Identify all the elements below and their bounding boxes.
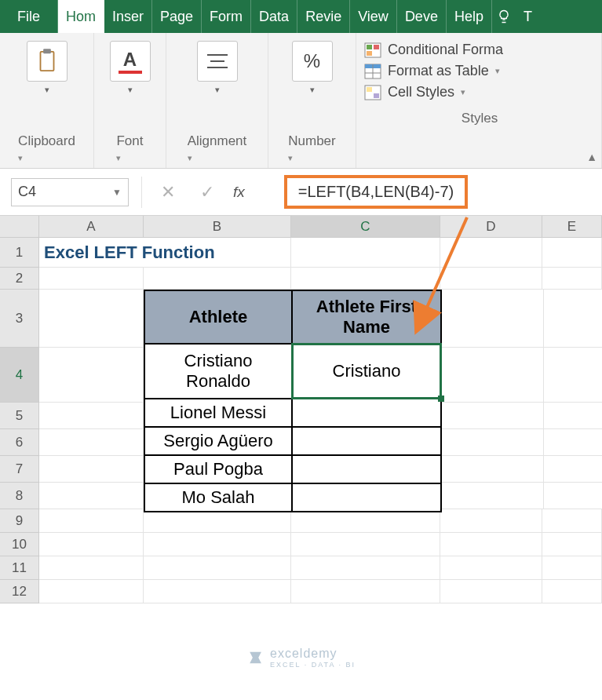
row-header-12[interactable]: 12 [0,580,39,603]
paste-button[interactable]: ▾ [27,41,67,95]
cell[interactable] [442,483,544,509]
row-header-7[interactable]: 7 [0,456,39,483]
cell-athlete[interactable]: Cristiano Ronaldo [144,344,292,399]
cell[interactable] [39,533,144,556]
collapse-ribbon-icon[interactable]: ▲ [586,151,597,163]
cell[interactable] [440,268,542,290]
row-header-9[interactable]: 9 [0,509,39,533]
row-header-10[interactable]: 10 [0,533,39,556]
worksheet-grid[interactable]: A B C D E 1 Excel LEFT Function 2 345678… [0,216,602,603]
tab-view[interactable]: View [350,0,397,33]
cell[interactable] [542,238,602,268]
cell[interactable] [542,533,602,556]
cell-firstname[interactable]: Cristiano [292,344,441,399]
table-header-athlete[interactable]: Athlete [144,290,292,344]
col-header-A[interactable]: A [39,216,144,238]
cell[interactable] [39,429,144,456]
cell-firstname[interactable] [292,483,441,512]
cell[interactable] [291,580,440,603]
cell-athlete[interactable]: Sergio Agüero [144,427,292,455]
cell-athlete[interactable]: Lionel Messi [144,399,292,427]
cell[interactable] [542,509,602,533]
cell[interactable] [144,268,291,290]
cell[interactable] [440,509,542,533]
row-header-8[interactable]: 8 [0,483,39,509]
cell[interactable] [39,580,144,603]
tab-data[interactable]: Data [251,0,297,33]
tab-insert[interactable]: Inser [104,0,152,33]
cell-firstname[interactable] [292,455,441,483]
cell[interactable] [291,533,440,556]
cell-athlete[interactable]: Paul Pogba [144,455,292,483]
cell[interactable] [440,580,542,603]
col-header-E[interactable]: E [542,216,602,238]
tell-me-icon[interactable] [492,0,516,33]
row-header-2[interactable]: 2 [0,268,39,290]
font-button[interactable]: A ▾ [110,41,151,95]
format-as-table-button[interactable]: Format as Table▾ [364,60,500,82]
cell[interactable] [442,403,544,429]
cell[interactable] [440,533,542,556]
row-header-4[interactable]: 4 [0,348,39,403]
col-header-D[interactable]: D [440,216,542,238]
cell-firstname[interactable] [292,427,441,455]
table-header-firstname[interactable]: Athlete First Name [292,290,441,344]
cell[interactable] [544,483,602,509]
cell[interactable] [442,290,544,348]
cell[interactable] [544,429,602,456]
cell[interactable] [39,556,144,580]
cell[interactable] [542,268,602,290]
cell[interactable] [39,483,144,509]
cell[interactable] [39,403,144,429]
tab-review[interactable]: Revie [297,0,350,33]
cell[interactable] [440,238,542,268]
number-button[interactable]: % ▾ [292,41,333,95]
cell[interactable] [544,290,602,348]
tab-developer[interactable]: Deve [397,0,447,33]
cell[interactable] [291,268,440,290]
cell-firstname[interactable] [292,399,441,427]
formula-input[interactable]: =LEFT(B4,LEN(B4)-7) [284,175,468,209]
tab-tell-me[interactable]: T [516,0,540,33]
row-header-11[interactable]: 11 [0,556,39,580]
tab-formulas[interactable]: Form [202,0,251,33]
cell[interactable] [542,580,602,603]
tab-page-layout[interactable]: Page [152,0,202,33]
cell[interactable] [39,268,144,290]
sheet-title[interactable]: Excel LEFT Function [39,238,291,268]
cell[interactable] [291,238,440,268]
conditional-formatting-button[interactable]: Conditional Forma [364,39,503,60]
cell[interactable] [39,509,144,533]
row-header-5[interactable]: 5 [0,403,39,429]
cell[interactable] [442,429,544,456]
tab-file[interactable]: File [0,0,58,33]
cell[interactable] [544,456,602,483]
cell[interactable] [544,403,602,429]
col-header-C[interactable]: C [291,216,440,238]
accept-formula-icon[interactable]: ✓ [194,182,221,202]
fx-icon[interactable]: fx [233,184,245,201]
cell-styles-button[interactable]: Cell Styles▾ [364,82,465,103]
row-header-1[interactable]: 1 [0,238,39,268]
row-header-3[interactable]: 3 [0,290,39,348]
cell[interactable] [144,509,291,533]
row-header-6[interactable]: 6 [0,429,39,456]
cell[interactable] [440,556,542,580]
cell[interactable] [39,348,144,403]
cell[interactable] [39,290,144,348]
cell[interactable] [144,533,291,556]
cell[interactable] [144,556,291,580]
cell[interactable] [442,456,544,483]
fill-handle[interactable] [438,396,444,402]
tab-home[interactable]: Hom [58,0,104,33]
cell[interactable] [144,580,291,603]
cancel-formula-icon[interactable]: ✕ [155,182,181,202]
cell[interactable] [442,348,544,403]
name-box[interactable]: C4 ▼ [11,178,129,206]
alignment-button[interactable]: ▾ [197,41,238,95]
col-header-B[interactable]: B [144,216,291,238]
select-all-corner[interactable] [0,216,39,238]
cell[interactable] [544,348,602,403]
cell-athlete[interactable]: Mo Salah [144,483,292,512]
tab-help[interactable]: Help [447,0,492,33]
